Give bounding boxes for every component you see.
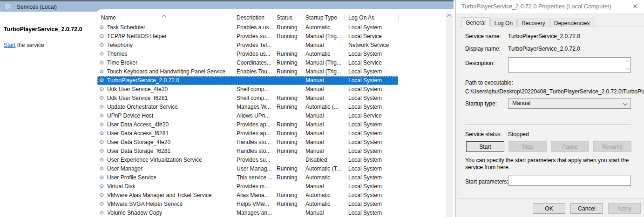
service-name-cell: User Manager (107, 164, 235, 173)
service-startup-cell: Manual (Trig... (305, 59, 346, 67)
table-row[interactable]: ⚙ User Data Access_4fe20 Provides ap... … (97, 120, 398, 129)
service-description-cell: This service ... (237, 173, 275, 182)
display-name-label: Display name: (465, 46, 501, 52)
table-row[interactable]: ⚙ User Data Access_f6281 Provides ap... … (97, 129, 398, 138)
close-icon[interactable]: ✕ (630, 2, 640, 11)
table-row[interactable]: ⚙ VMware SVGA Helper Service Helps VMw..… (97, 200, 398, 209)
service-startup-cell: Manual (305, 112, 346, 120)
tab-log-on[interactable]: Log On (490, 19, 517, 27)
table-row[interactable]: ⚙ User Manager User Manag... Running Aut… (97, 164, 398, 173)
column-header-log-on-as[interactable]: Log On As (348, 14, 374, 21)
services-table-body: ⚙ Task Scheduler Enables a us... Running… (97, 23, 398, 217)
general-tab-page (459, 26, 644, 199)
service-description-cell: Provides ap... (237, 120, 275, 129)
service-description-cell: Helps VMw... (237, 200, 275, 209)
tab-recovery[interactable]: Recovery (517, 19, 549, 27)
services-gear-icon: ⚙ (5, 2, 11, 11)
service-name-cell: User Data Storage_f6281 (107, 147, 235, 156)
column-divider (234, 14, 234, 22)
scroll-down-icon (626, 66, 629, 70)
table-row[interactable]: ⚙ User Data Storage_4fe20 Handles sto...… (97, 138, 398, 147)
description-label: Description: (465, 60, 495, 66)
table-row[interactable]: ⚙ Volume Shadow Copy Manages an... Manua… (97, 209, 398, 217)
service-gear-icon: ⚙ (99, 103, 104, 112)
display-name-value: TurboPlayerService_2.0.72.0 (508, 46, 580, 52)
extended-pane: TurboPlayerService_2.0.72.0 Start the se… (0, 12, 95, 217)
table-row[interactable]: ⚙ TCP/IP NetBIOS Helper Provides su... R… (97, 32, 398, 41)
description-textarea[interactable] (508, 57, 631, 72)
services-window: ⚙ Services (Local) TurboPlayerService_2.… (0, 0, 454, 217)
resume-button: Resume (593, 141, 631, 152)
vertical-scrollbar[interactable] (446, 12, 453, 217)
service-startup-cell: Automatic (305, 191, 346, 200)
scroll-up-button[interactable] (446, 12, 453, 20)
service-status-cell: Running (277, 200, 304, 209)
service-logon-cell: Local System (348, 191, 397, 200)
column-header-startup-type[interactable]: Startup Type (305, 14, 337, 21)
service-description-cell: Enables a us... (237, 23, 275, 32)
service-gear-icon: ⚙ (99, 147, 104, 156)
service-status-cell: Running (277, 147, 304, 156)
column-divider (398, 14, 399, 22)
service-name-cell: Update Orchestrator Service (107, 103, 235, 112)
service-startup-cell: Manual (305, 41, 346, 50)
service-gear-icon: ⚙ (99, 41, 104, 50)
dialog-title: TurboPlayerService_2.0.72.0 Properties (… (461, 3, 611, 10)
service-status-cell (277, 182, 304, 191)
startup-type-dropdown[interactable]: Manual (508, 98, 631, 109)
service-gear-icon: ⚙ (99, 59, 104, 67)
service-gear-icon: ⚙ (99, 112, 104, 120)
table-row[interactable]: ⚙ Telephony Provides Tel... Manual Netwo… (97, 41, 398, 50)
service-startup-cell: Manual (305, 76, 346, 85)
cancel-button[interactable]: Cancel (570, 203, 603, 214)
service-logon-cell: Local System (348, 129, 397, 138)
table-row[interactable]: ⚙ Time Broker Coordinates... Running Man… (97, 59, 398, 67)
section-divider (465, 125, 631, 125)
service-status-cell (277, 41, 304, 50)
table-row[interactable]: ⚙ User Experience Virtualization Service… (97, 156, 398, 164)
service-logon-cell: Local System (348, 50, 397, 59)
service-name-cell: Time Broker (107, 59, 235, 67)
service-logon-cell: Local System (348, 200, 397, 209)
table-row[interactable]: ⚙ Udk User Service_4fe20 Shell comp... M… (97, 85, 398, 94)
ok-button[interactable]: OK (533, 203, 565, 214)
column-header-description[interactable]: Description (237, 14, 264, 21)
service-logon-cell: Local System (348, 138, 397, 147)
start-parameters-input[interactable] (508, 176, 631, 186)
screen: ⚙ Services (Local) TurboPlayerService_2.… (0, 0, 644, 217)
service-startup-cell: Manual (305, 94, 346, 103)
tab-general[interactable]: General (461, 17, 490, 27)
path-to-executable-label: Path to executable: (465, 79, 513, 86)
tab-dependencies[interactable]: Dependencies (550, 19, 594, 27)
table-row[interactable]: ⚙ User Data Storage_f6281 Handles sto...… (97, 147, 398, 156)
table-row[interactable]: ⚙ Udk User Service_f6281 Shell comp... R… (97, 94, 398, 103)
service-description-cell: Provides m... (237, 182, 275, 191)
service-status-cell: Running (277, 191, 304, 200)
table-row[interactable]: ⚙ Themes Provides us... Running Automati… (97, 50, 398, 59)
pause-button: Pause (551, 141, 589, 152)
service-description-cell: Provides su... (237, 156, 275, 164)
service-startup-cell: Manual (305, 85, 346, 94)
start-button[interactable]: Start (466, 141, 504, 152)
service-description-cell (237, 76, 275, 85)
start-service-link[interactable]: Start (4, 42, 15, 48)
table-row[interactable]: ⚙ VMware Alias Manager and Ticket Servic… (97, 191, 398, 200)
service-description-cell: Manages W... (237, 103, 275, 112)
column-header-status[interactable]: Status (277, 14, 292, 21)
table-row[interactable]: ⚙ Update Orchestrator Service Manages W.… (97, 103, 398, 112)
service-name-cell: Touch Keyboard and Handwriting Panel Ser… (107, 67, 235, 76)
service-status-cell: Running (277, 32, 304, 41)
stop-button: Stop (508, 141, 547, 152)
table-row[interactable]: ⚙ UPnP Device Host Allows UPn... Manual … (97, 112, 398, 120)
dialog-title-bar: TurboPlayerService_2.0.72.0 Properties (… (456, 0, 644, 13)
table-row[interactable]: ⚙ TurboPlayerService_2.0.72.0 Manual Loc… (97, 76, 398, 85)
table-row[interactable]: ⚙ User Profile Service This service ... … (97, 173, 398, 182)
table-row[interactable]: ⚙ Touch Keyboard and Handwriting Panel S… (97, 67, 398, 76)
service-logon-cell: Local System (348, 23, 397, 32)
dialog-tab-strip: General Log On Recovery Dependencies (461, 17, 595, 27)
table-row[interactable]: ⚙ Virtual Disk Provides m... Manual Loca… (97, 182, 398, 191)
service-name-cell: User Data Storage_4fe20 (107, 138, 235, 147)
column-header-name[interactable]: Name (101, 14, 116, 21)
table-row[interactable]: ⚙ Task Scheduler Enables a us... Running… (97, 23, 398, 32)
service-startup-cell: Manual (305, 138, 346, 147)
